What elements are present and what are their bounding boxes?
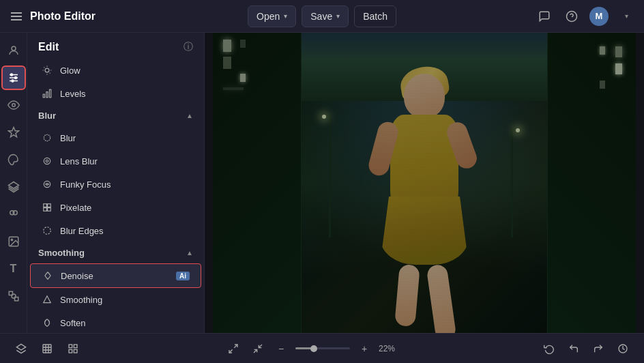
panel-scroll[interactable]: Glow Levels Blur ▲ [27,59,204,333]
menu-item-smoothing[interactable]: Smoothing [30,288,201,311]
batch-button[interactable]: Batch [354,5,396,27]
rail-image-icon[interactable] [1,229,26,254]
svg-line-52 [259,345,262,348]
menu-item-pixelate[interactable]: Pixelate [30,196,201,219]
panel-title: Edit [38,41,59,53]
canvas-area [205,33,644,333]
bottom-center-controls: − + 22% [223,338,399,359]
chat-icon[interactable] [535,7,554,26]
header-center: Open ▾ Save ▾ Batch [248,5,396,27]
open-button[interactable]: Open ▾ [248,5,296,27]
denoise-label: Denoise [61,271,169,281]
bottom-right-controls [539,338,633,359]
zoom-slider-thumb[interactable] [310,345,317,352]
zoom-plus-button[interactable]: + [355,340,373,358]
svg-line-22 [44,67,44,68]
svg-point-9 [12,104,15,107]
menu-item-levels[interactable]: Levels [30,82,201,105]
svg-point-37 [44,227,51,235]
svg-rect-48 [74,349,77,353]
bottom-left-controls [11,338,83,359]
glow-label: Glow [60,66,190,76]
svg-rect-28 [50,89,51,98]
section-blur[interactable]: Blur ▲ [27,105,204,126]
zoom-minus-button[interactable]: − [272,340,290,358]
menu-item-glow[interactable]: Glow [30,59,201,82]
svg-rect-44 [43,345,51,353]
frame-icon[interactable] [37,338,57,359]
history-icon[interactable] [613,338,633,359]
main-area: T Edit ⓘ Glow [0,33,644,333]
soften-icon [41,317,53,329]
avatar[interactable]: M [589,7,609,26]
layers-bottom-icon[interactable] [11,338,31,359]
svg-rect-33 [44,204,47,207]
glow-icon [41,64,53,76]
smoothing-section-title: Smoothing [38,248,85,258]
undo-icon[interactable] [564,338,584,359]
rail-eye-icon[interactable] [1,93,26,117]
open-chevron-icon: ▾ [284,12,287,20]
blur-edges-label: Blur Edges [60,226,190,236]
svg-line-50 [229,349,233,353]
svg-rect-34 [48,204,51,207]
streetlight-right [511,128,513,237]
panel-header: Edit ⓘ [27,33,204,59]
rail-sliders-icon[interactable] [1,66,26,90]
building-left [213,33,302,333]
rail-shapes-icon[interactable] [1,284,26,308]
expand-icon[interactable] [223,338,244,359]
info-icon[interactable]: ⓘ [184,41,193,53]
funky-focus-icon [41,178,53,190]
rail-text-icon[interactable]: T [1,257,26,281]
redo-icon[interactable] [588,338,609,359]
grid-bottom-icon[interactable] [63,338,83,359]
menu-icon[interactable] [8,10,25,23]
svg-marker-43 [16,344,25,350]
funky-focus-label: Funky Focus [60,179,190,190]
smoothing-label: Smoothing [60,295,190,305]
menu-item-lens-blur[interactable]: Lens Blur [30,149,201,173]
levels-label: Levels [60,89,190,99]
svg-point-31 [46,160,48,162]
section-smoothing[interactable]: Smoothing ▲ [27,242,204,263]
svg-point-19 [45,68,49,72]
lens-blur-label: Lens Blur [60,156,190,166]
svg-point-8 [12,80,14,82]
person-figure [366,60,482,333]
svg-point-2 [12,46,16,50]
rail-group-icon[interactable] [1,202,26,227]
rail-person-icon[interactable] [1,38,26,63]
svg-rect-35 [44,208,47,212]
svg-line-23 [50,73,50,74]
collapse-icon[interactable] [248,338,268,359]
svg-line-49 [234,345,237,348]
building-right [547,33,636,333]
menu-item-soften[interactable]: Soften [30,311,201,333]
blur-chevron-icon: ▲ [186,112,193,119]
smoothing-chevron-icon: ▲ [186,249,193,257]
rail-layers-icon[interactable] [1,175,26,199]
svg-point-29 [44,134,50,141]
save-button[interactable]: Save ▾ [302,5,349,27]
menu-item-funky-focus[interactable]: Funky Focus [30,173,201,196]
rail-sparkle-icon[interactable] [1,120,26,145]
menu-item-blur-edges[interactable]: Blur Edges [30,219,201,242]
svg-rect-46 [74,345,77,348]
svg-point-7 [14,77,16,79]
side-panel: Edit ⓘ Glow [27,33,205,333]
streetlight-left [329,115,331,237]
zoom-slider[interactable] [295,347,350,349]
rotate-ccw-icon[interactable] [539,338,559,359]
help-icon[interactable] [562,7,581,26]
svg-rect-26 [43,94,44,98]
svg-line-51 [254,349,257,353]
rail-paint-icon[interactable] [1,147,26,172]
menu-item-denoise[interactable]: Denoise Ai [30,263,201,288]
photo-container [213,33,636,333]
menu-item-blur[interactable]: Blur [30,126,201,149]
levels-icon [41,87,53,100]
user-menu-chevron-icon[interactable]: ▾ [617,7,636,26]
bottom-bar: − + 22% [0,333,644,363]
svg-marker-10 [8,128,18,137]
